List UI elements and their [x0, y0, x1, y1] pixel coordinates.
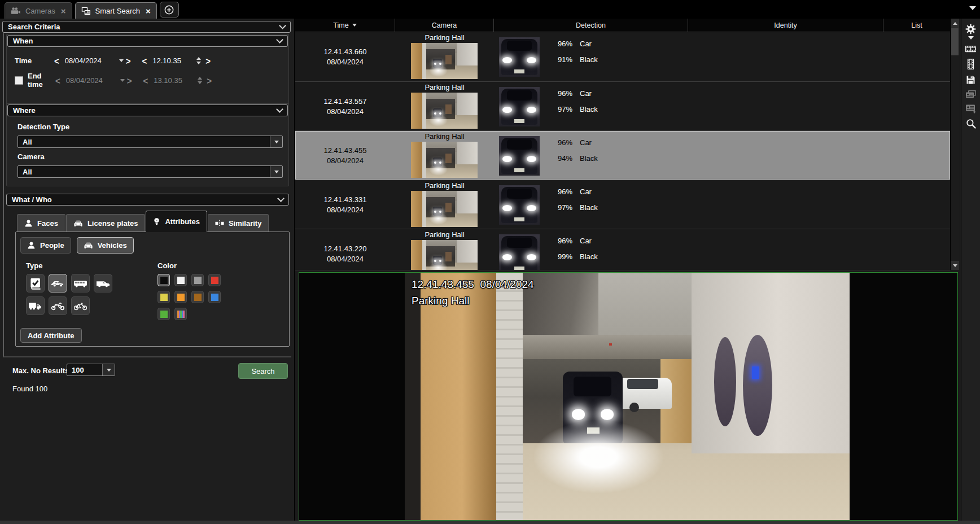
result-row[interactable]: 12.41.43.660 08/04/2024 Parking Hall 96%…	[295, 32, 950, 81]
time-prev-icon[interactable]: <	[141, 75, 151, 86]
dropdown-arrow-icon[interactable]	[102, 364, 115, 375]
scrollbar-thumb[interactable]	[951, 28, 959, 55]
results-scrollbar[interactable]	[950, 19, 959, 270]
add-tab-button[interactable]	[160, 2, 179, 18]
column-header-detection[interactable]: Detection	[494, 19, 688, 32]
color-yellow-button[interactable]	[158, 291, 170, 303]
result-time: 12.41.43.331	[324, 195, 367, 204]
where-title: Where	[13, 106, 36, 115]
start-date-value[interactable]: 08/04/2024	[62, 56, 119, 65]
date-prev-icon[interactable]: <	[53, 75, 63, 86]
color-red-button[interactable]	[208, 274, 221, 286]
detection-label: Black	[580, 203, 598, 212]
search-criteria-header[interactable]: Search Criteria	[2, 21, 291, 33]
camera-dropdown[interactable]: All	[18, 165, 283, 178]
type-truck-button[interactable]	[26, 296, 45, 315]
detection-thumbnail[interactable]	[499, 87, 540, 126]
camera-thumbnail[interactable]	[411, 93, 478, 129]
color-swatch	[177, 277, 185, 284]
column-header-time[interactable]: Time	[295, 19, 395, 32]
time-spinner[interactable]	[196, 57, 201, 64]
camera-thumbnail[interactable]	[411, 142, 478, 178]
detection-type-dropdown[interactable]: All	[18, 136, 283, 148]
where-header[interactable]: Where	[7, 104, 288, 116]
result-date: 08/04/2024	[327, 156, 364, 165]
color-blue-button[interactable]	[208, 291, 221, 303]
search-criteria-panel: Search Criteria When Time < 08/04/2024 >…	[0, 19, 295, 524]
color-black-button[interactable]	[158, 274, 170, 286]
scroll-up-icon[interactable]	[951, 19, 959, 28]
column-label: Detection	[576, 21, 606, 29]
date-next-icon[interactable]: >	[124, 55, 133, 66]
result-row[interactable]: 12.41.43.331 08/04/2024 Parking Hall 96%…	[295, 180, 950, 229]
color-white-button[interactable]	[174, 274, 187, 286]
result-row[interactable]: 12.41.43.557 08/04/2024 Parking Hall 96%…	[295, 81, 950, 130]
result-row[interactable]: 12.41.43.220 08/04/2024 Parking Hall 96%…	[295, 229, 950, 270]
date-next-icon[interactable]: >	[125, 75, 134, 86]
detection-thumbnail[interactable]	[499, 37, 540, 77]
time-next-icon[interactable]: >	[203, 55, 213, 66]
column-header-identity[interactable]: Identity	[688, 19, 883, 32]
scroll-down-icon[interactable]	[951, 261, 959, 270]
tab-overflow-caret-icon[interactable]	[969, 6, 976, 10]
time-prev-icon[interactable]: <	[140, 55, 150, 66]
color-green-button[interactable]	[158, 308, 170, 320]
time-spinner[interactable]	[198, 77, 202, 84]
color-brown-button[interactable]	[191, 291, 204, 303]
search-magnifier-button[interactable]	[966, 119, 976, 129]
type-van-button[interactable]	[94, 274, 112, 292]
person-icon	[27, 241, 36, 250]
end-date-value[interactable]: 08/04/2024	[63, 76, 120, 85]
detection-thumbnail[interactable]	[499, 234, 540, 270]
date-prev-icon[interactable]: <	[52, 55, 62, 66]
dropdown-arrow-icon[interactable]	[270, 136, 282, 147]
type-all-types-button[interactable]	[26, 274, 45, 292]
type-bicycle-button[interactable]	[71, 296, 90, 315]
filmstrip-horizontal-button[interactable]	[965, 45, 977, 53]
camera-thumbnail[interactable]	[411, 43, 478, 79]
date-dropdown-icon[interactable]	[119, 59, 124, 62]
end-time-value[interactable]: 13.10.35	[150, 76, 195, 85]
camera-thumbnail[interactable]	[411, 191, 478, 227]
column-header-list[interactable]: List	[883, 19, 950, 32]
bicycle-icon	[73, 302, 88, 311]
identity-cards-button	[965, 90, 977, 99]
type-car-button[interactable]	[49, 274, 67, 292]
tab-cameras[interactable]: Cameras ×	[5, 2, 72, 19]
max-results-dropdown[interactable]: 100	[67, 364, 115, 376]
people-button[interactable]: People	[20, 237, 71, 254]
color-multicolor-button[interactable]	[174, 308, 187, 320]
tab-smart-search[interactable]: Smart Search ×	[75, 2, 157, 19]
type-motorcycle-button[interactable]	[49, 296, 67, 315]
when-header[interactable]: When	[7, 35, 288, 47]
video-preview[interactable]: 12.41.43.455 08/04/2024 Parking Hall	[299, 272, 958, 521]
settings-gear-button[interactable]	[965, 23, 977, 40]
tab-attributes[interactable]: Attributes	[146, 211, 207, 232]
start-time-value[interactable]: 12.10.35	[149, 56, 194, 65]
result-row[interactable]: 12.41.43.455 08/04/2024 Parking Hall 96%…	[295, 130, 950, 180]
dropdown-arrow-icon[interactable]	[270, 166, 282, 177]
add-attribute-button[interactable]: Add Attribute	[20, 328, 82, 343]
color-orange-button[interactable]	[174, 291, 187, 303]
tab-similarity[interactable]: Similarity	[208, 214, 269, 232]
time-next-icon[interactable]: >	[204, 75, 214, 86]
color-swatch	[194, 294, 202, 301]
detection-thumbnail[interactable]	[499, 185, 540, 225]
tab-faces[interactable]: Faces	[17, 214, 65, 232]
close-icon[interactable]: ×	[61, 6, 66, 16]
search-button[interactable]: Search	[238, 363, 288, 379]
what-who-header[interactable]: What / Who	[6, 194, 289, 206]
color-gray-button[interactable]	[191, 274, 204, 286]
camera-thumbnail[interactable]	[411, 240, 478, 270]
type-bus-button[interactable]	[71, 274, 90, 292]
detection-thumbnail[interactable]	[499, 136, 540, 176]
vehicles-button[interactable]: Vehicles	[77, 237, 134, 254]
save-button[interactable]	[966, 75, 975, 85]
close-icon[interactable]: ×	[146, 6, 151, 16]
end-time-checkbox[interactable]	[15, 76, 23, 85]
filmstrip-vertical-button[interactable]	[966, 58, 975, 70]
tab-license-plates[interactable]: License plates	[66, 214, 146, 232]
date-dropdown-icon[interactable]	[120, 79, 125, 82]
detection-attribute: 96%Car	[549, 237, 598, 245]
column-header-camera[interactable]: Camera	[395, 19, 494, 32]
